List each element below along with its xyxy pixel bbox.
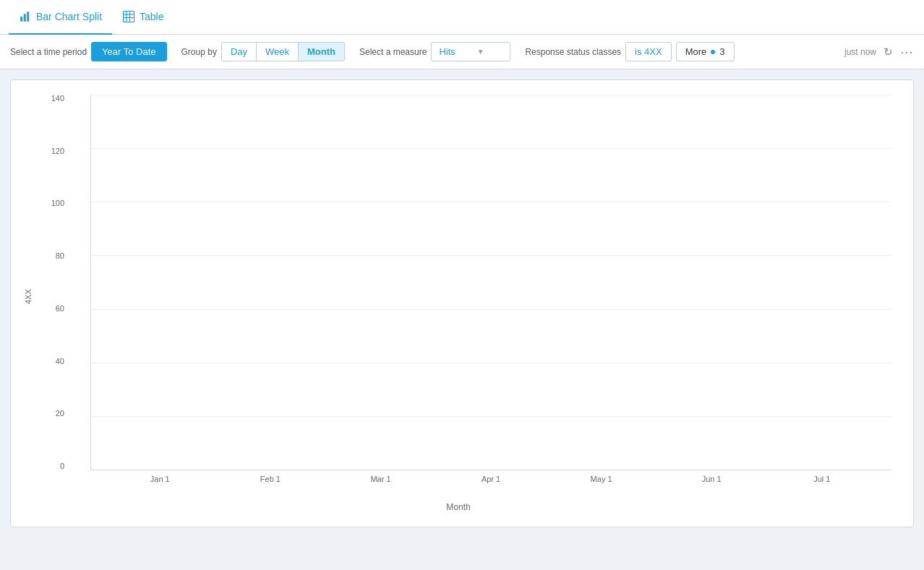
more-options-icon[interactable]: ⋯ (900, 44, 914, 60)
measure-group: Select a measure Hits ▼ (359, 42, 510, 61)
x-label-feb: Feb 1 (215, 475, 326, 483)
svg-rect-2 (27, 12, 29, 22)
more-button[interactable]: More 3 (676, 42, 735, 61)
x-label-apr: Apr 1 (436, 475, 547, 483)
time-period-label: Select a time period (10, 47, 87, 57)
y-tick-140: 140 (51, 95, 64, 103)
response-status-badge[interactable]: is 4XX (625, 42, 672, 61)
more-dot-1 (711, 50, 715, 54)
tab-bar-chart-split-label: Bar Chart Split (36, 11, 102, 22)
chart-container: 4XX 140 120 100 80 60 40 20 0 (10, 79, 914, 527)
measure-label: Select a measure (359, 47, 427, 57)
bar-chart-split-icon (19, 10, 32, 23)
more-count: 3 (719, 46, 724, 57)
more-label: More (685, 46, 707, 57)
y-tick-120: 120 (51, 147, 64, 155)
bars-area (91, 95, 891, 470)
y-tick-0: 0 (60, 462, 64, 470)
time-period-group: Select a time period Year To Date (10, 42, 167, 61)
svg-rect-1 (24, 14, 26, 22)
chevron-down-icon: ▼ (477, 48, 484, 56)
tab-bar-chart-split[interactable]: Bar Chart Split (9, 0, 112, 35)
tab-bar: Bar Chart Split Table (0, 0, 924, 35)
measure-value: Hits (439, 46, 455, 57)
y-tick-20: 20 (56, 410, 64, 418)
measure-dropdown[interactable]: Hits ▼ (431, 42, 510, 61)
group-by-day[interactable]: Day (222, 43, 257, 61)
group-by-buttons: Day Week Month (221, 42, 345, 61)
x-label-jun: Jun 1 (656, 475, 767, 483)
right-controls: just now ↻ ⋯ (844, 44, 914, 60)
y-tick-100: 100 (51, 199, 64, 207)
grid-bars-area (90, 95, 891, 470)
response-status-label: Response status classes (525, 47, 621, 57)
table-icon (122, 10, 135, 23)
group-by-month[interactable]: Month (299, 43, 344, 61)
x-label-mar: Mar 1 (325, 475, 436, 483)
x-label-jul: Jul 1 (766, 475, 877, 483)
y-tick-80: 80 (56, 252, 64, 260)
controls-bar: Select a time period Year To Date Group … (0, 35, 924, 69)
y-tick-40: 40 (56, 358, 64, 366)
svg-rect-3 (124, 11, 134, 22)
x-labels: Jan 1 Feb 1 Mar 1 Apr 1 May 1 Jun 1 Jul … (90, 470, 891, 499)
chart-inner: 140 120 100 80 60 40 20 0 (38, 95, 899, 499)
y-axis-label: 4XX (18, 95, 38, 499)
group-by-group: Group by Day Week Month (181, 42, 345, 61)
x-axis-title: Month (18, 502, 899, 512)
svg-rect-0 (20, 17, 22, 22)
x-label-may: May 1 (546, 475, 656, 483)
group-by-week[interactable]: Week (257, 43, 299, 61)
x-label-jan: Jan 1 (105, 475, 215, 483)
refresh-icon[interactable]: ↻ (884, 46, 893, 59)
year-to-date-button[interactable]: Year To Date (91, 42, 166, 61)
group-by-label: Group by (181, 47, 217, 57)
tab-table[interactable]: Table (112, 0, 174, 35)
tab-table-label: Table (140, 11, 163, 22)
y-tick-60: 60 (56, 305, 64, 313)
chart-area: 4XX 140 120 100 80 60 40 20 0 (18, 95, 899, 499)
response-status-group: Response status classes is 4XX More 3 (525, 42, 734, 61)
timestamp: just now (844, 47, 876, 57)
